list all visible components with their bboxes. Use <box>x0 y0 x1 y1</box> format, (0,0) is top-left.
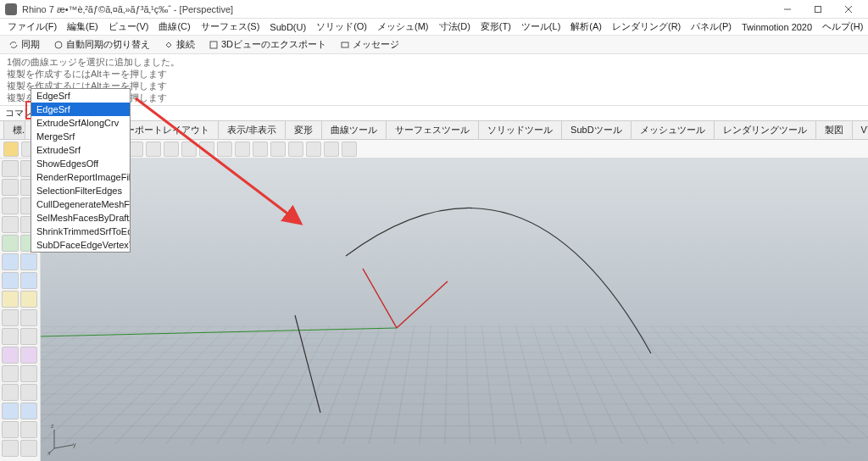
ac-item[interactable]: SelMeshFacesByDraftAngle <box>31 211 130 225</box>
sync-button[interactable]: 同期 <box>5 37 43 52</box>
tool-icon[interactable] <box>20 403 37 419</box>
tool-icon[interactable] <box>2 291 19 308</box>
tool-icon[interactable] <box>2 216 19 233</box>
maximize-button[interactable] <box>804 1 832 18</box>
menu-dimension[interactable]: 寸法(D) <box>435 19 475 35</box>
tab-meshtool[interactable]: メッシュツール <box>631 121 715 139</box>
tool-icon[interactable] <box>2 440 19 457</box>
tab-v7new[interactable]: V7の新機能 <box>852 121 868 139</box>
tool-icon[interactable] <box>2 235 19 252</box>
tool-icon[interactable] <box>2 309 19 326</box>
close-button[interactable] <box>834 1 863 18</box>
menu-edit[interactable]: 編集(E) <box>63 19 103 35</box>
tool-icon[interactable] <box>20 347 37 364</box>
tool-icon[interactable] <box>2 253 19 270</box>
tool-icon[interactable] <box>20 384 37 401</box>
export-button[interactable]: 3Dビューのエクスポート <box>205 37 330 52</box>
menu-render[interactable]: レンダリング(R) <box>608 19 685 35</box>
tool-icon[interactable] <box>164 142 179 157</box>
svg-rect-1 <box>815 6 821 12</box>
app-icon <box>5 3 17 15</box>
tool-icon[interactable] <box>20 272 37 289</box>
tab-showhide[interactable]: 表示/非表示 <box>218 121 286 139</box>
menu-transform[interactable]: 変形(T) <box>476 19 515 35</box>
message-button[interactable]: メッセージ <box>337 37 403 52</box>
tool-icon[interactable] <box>253 142 268 157</box>
svg-text:z: z <box>51 423 54 429</box>
tool-icon[interactable] <box>235 142 250 157</box>
svg-line-14 <box>54 445 73 448</box>
menu-subd[interactable]: SubD(U) <box>265 20 310 34</box>
tool-icon[interactable] <box>2 347 19 364</box>
history-line: 複製を作成するにはAltキーを押します <box>7 80 861 92</box>
menu-curve[interactable]: 曲線(C) <box>154 19 194 35</box>
history-line: 複製を作成するにはAltキーを押します <box>7 92 861 103</box>
tool-icon[interactable] <box>181 142 197 157</box>
tool-icon[interactable] <box>306 142 321 157</box>
tool-icon[interactable] <box>2 272 19 289</box>
menu-solid[interactable]: ソリッド(O) <box>312 19 371 35</box>
tab-subdtool[interactable]: SubDツール <box>561 121 632 139</box>
tool-icon[interactable] <box>2 365 19 382</box>
ac-item[interactable]: EdgeSrf <box>31 89 130 103</box>
tool-icon[interactable] <box>20 365 37 382</box>
menu-surface[interactable]: サーフェス(S) <box>197 19 264 35</box>
history-line: 複製を作成するにはAltキーを押します <box>7 68 861 80</box>
tool-icon[interactable] <box>20 421 37 438</box>
viewport[interactable]: z y x <box>41 158 868 461</box>
ac-item[interactable]: ShowEdgesOff <box>31 157 130 170</box>
tab-curvetool[interactable]: 曲線ツール <box>321 121 387 139</box>
tool-icon[interactable] <box>20 291 37 308</box>
ac-item[interactable]: RenderReportImageFiles <box>31 170 130 184</box>
tool-icon[interactable] <box>2 421 19 438</box>
ac-item-selected[interactable]: EdgeSrf <box>31 103 130 116</box>
tool-icon[interactable] <box>146 142 161 157</box>
tool-icon[interactable] <box>270 142 286 157</box>
menu-help[interactable]: ヘルプ(H) <box>818 19 867 35</box>
tab-surftool[interactable]: サーフェスツール <box>386 121 479 139</box>
tool-icon[interactable] <box>217 142 232 157</box>
menu-twinmotion[interactable]: Twinmotion 2020 <box>737 20 816 34</box>
tool-icon[interactable] <box>20 440 37 457</box>
tool-icon[interactable] <box>20 328 37 345</box>
ac-item[interactable]: CullDegenerateMeshFaces <box>31 197 130 211</box>
tool-icon[interactable] <box>324 142 339 157</box>
ac-item[interactable]: MergeSrf <box>31 130 130 143</box>
ac-item[interactable]: ExtrudeSrf <box>31 143 130 157</box>
ac-item[interactable]: SelectionFilterEdges <box>31 184 130 197</box>
menu-panel[interactable]: パネル(P) <box>687 19 736 35</box>
connect-button[interactable]: 接続 <box>160 37 198 52</box>
autosync-button[interactable]: 自動同期の切り替え <box>50 37 153 52</box>
tool-icon[interactable] <box>2 403 19 419</box>
minimize-button[interactable] <box>773 1 802 18</box>
tool-icon[interactable] <box>288 142 303 157</box>
tool-icon[interactable] <box>2 328 19 345</box>
tool-icon[interactable] <box>2 384 19 401</box>
tab-rendertool[interactable]: レンダリングツール <box>714 121 816 139</box>
ac-item[interactable]: ExtrudeSrfAlongCrv <box>31 116 130 130</box>
menu-mesh[interactable]: メッシュ(M) <box>373 19 433 35</box>
menu-view[interactable]: ビュー(V) <box>104 19 153 35</box>
tab-transform[interactable]: 変形 <box>285 121 322 139</box>
window-title: Rhino 7 æ•™è‚²ãƒ©ã‚¤ã‚»ãƒ³ã‚¹ç‰ˆ - [Pers… <box>22 4 773 14</box>
tab-first[interactable]: 標.. <box>3 121 25 139</box>
menu-tools[interactable]: ツール(L) <box>517 19 565 35</box>
tool-icon[interactable] <box>2 179 19 196</box>
ac-item[interactable]: SubDFaceEdgeVertexToggle <box>31 238 130 252</box>
autocomplete-popup[interactable]: EdgeSrf EdgeSrf ExtrudeSrfAlongCrv Merge… <box>31 88 131 253</box>
svg-rect-6 <box>342 42 348 47</box>
ac-item[interactable]: ShrinkTrimmedSrfToEdge <box>31 225 130 238</box>
tool-icon[interactable] <box>199 142 214 157</box>
open-icon[interactable] <box>3 142 19 157</box>
tab-drafting[interactable]: 製図 <box>815 121 853 139</box>
menu-file[interactable]: ファイル(F) <box>3 19 61 35</box>
svg-text:y: y <box>73 442 76 448</box>
tool-icon[interactable] <box>20 253 37 270</box>
tool-icon[interactable] <box>2 197 19 214</box>
menu-analyze[interactable]: 解析(A) <box>566 19 606 35</box>
tool-icon[interactable] <box>342 142 357 157</box>
svg-rect-5 <box>210 42 217 48</box>
tab-solidtool[interactable]: ソリッドツール <box>478 121 562 139</box>
tool-icon[interactable] <box>2 160 19 177</box>
tool-icon[interactable] <box>20 309 37 326</box>
